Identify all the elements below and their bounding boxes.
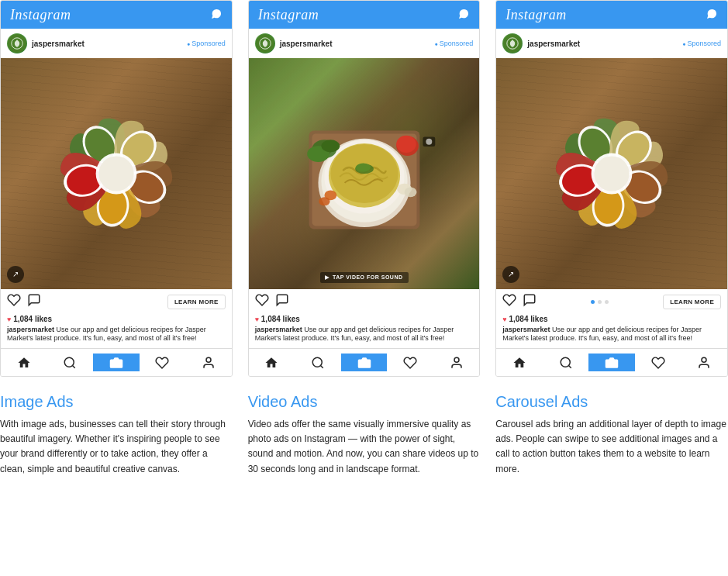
ad-description: Video AdsVideo ads offer the same visual… <box>248 389 481 477</box>
post-caption: jaspersmarket Use our app and get delici… <box>496 325 727 348</box>
svg-point-56 <box>595 156 630 191</box>
carousel-dots <box>591 300 609 304</box>
caption-username[interactable]: jaspersmarket <box>7 326 54 333</box>
video-overlay-text: TAP VIDEO FOR SOUND <box>333 274 403 280</box>
svg-point-29 <box>404 187 416 197</box>
nav-item-heart-icon[interactable] <box>387 354 433 371</box>
svg-point-31 <box>319 197 329 205</box>
nav-item-camera-icon[interactable] <box>93 354 140 371</box>
bottom-nav <box>1 348 232 376</box>
svg-point-14 <box>98 156 133 191</box>
ad-description: Image AdsWith image ads, businesses can … <box>0 389 233 477</box>
svg-point-41 <box>454 357 459 362</box>
svg-point-57 <box>561 357 570 367</box>
column-carousel-ads: Instagramjaspersmarket●Sponsored <box>488 0 728 477</box>
svg-point-16 <box>114 360 119 365</box>
like-button[interactable] <box>255 293 269 311</box>
nav-item-profile-icon[interactable] <box>433 354 480 371</box>
post-likes: ♥ 1,084 likes <box>249 315 480 325</box>
expand-icon[interactable]: ↗ <box>7 266 24 283</box>
svg-point-17 <box>206 357 211 362</box>
ad-text: Carousel ads bring an additional layer o… <box>495 417 728 477</box>
ig-logo: Instagram <box>258 7 319 23</box>
like-button[interactable] <box>502 293 516 311</box>
caption-username[interactable]: jaspersmarket <box>255 326 302 333</box>
nav-item-search-icon[interactable] <box>543 354 589 371</box>
svg-point-27 <box>355 163 370 171</box>
nav-item-camera-icon[interactable] <box>341 354 388 371</box>
post-actions: LEARN MORE <box>496 289 727 315</box>
comment-button[interactable] <box>523 293 537 311</box>
ad-text: With image ads, businesses can tell thei… <box>0 417 233 477</box>
nav-item-home-icon[interactable] <box>249 354 295 371</box>
nav-item-home-icon[interactable] <box>1 354 47 371</box>
ig-logo: Instagram <box>10 7 71 23</box>
phone-mockup: Instagramjaspersmarket●Sponsored <box>248 0 481 377</box>
svg-point-58 <box>609 360 614 365</box>
page-container: Instagramjaspersmarket●Sponsored <box>0 0 728 477</box>
phone-mockup: Instagramjaspersmarket●Sponsored <box>495 0 728 377</box>
svg-point-40 <box>362 360 367 365</box>
sponsored-label: ●Sponsored <box>435 40 474 47</box>
svg-point-39 <box>312 357 322 367</box>
post-header: jaspersmarket●Sponsored <box>496 29 727 58</box>
svg-point-36 <box>321 140 340 152</box>
bottom-nav <box>496 348 727 376</box>
learn-more-button[interactable]: LEARN MORE <box>167 295 226 309</box>
post-image: ▶TAP VIDEO FOR SOUND <box>249 58 480 289</box>
svg-point-38 <box>426 139 432 145</box>
nav-item-heart-icon[interactable] <box>140 354 186 371</box>
comment-button[interactable] <box>27 293 41 311</box>
bottom-nav <box>249 348 480 376</box>
nav-item-camera-icon[interactable] <box>588 354 635 371</box>
post-actions: LEARN MORE <box>1 289 232 315</box>
column-video-ads: Instagramjaspersmarket●Sponsored <box>240 0 488 477</box>
learn-more-button[interactable]: LEARN MORE <box>663 295 721 309</box>
nav-item-search-icon[interactable] <box>295 354 341 371</box>
sponsored-label: ●Sponsored <box>682 40 721 47</box>
post-actions <box>249 289 480 315</box>
post-caption: jaspersmarket Use our app and get delici… <box>1 325 232 348</box>
ad-title: Image Ads <box>0 392 233 411</box>
post-image: ↗ <box>496 58 727 289</box>
post-username[interactable]: jaspersmarket <box>527 40 580 48</box>
nav-item-home-icon[interactable] <box>496 354 543 371</box>
ad-title: Carousel Ads <box>495 392 728 411</box>
svg-point-15 <box>65 357 74 367</box>
caption-username[interactable]: jaspersmarket <box>502 326 550 333</box>
post-header: jaspersmarket●Sponsored <box>1 29 232 58</box>
avatar[interactable] <box>255 33 275 53</box>
ad-text: Video ads offer the same visually immers… <box>248 417 481 477</box>
header-message-icon[interactable] <box>706 8 718 22</box>
like-button[interactable] <box>7 293 21 311</box>
ig-header: Instagram <box>1 1 232 29</box>
sponsored-label: ●Sponsored <box>187 40 226 47</box>
nav-item-profile-icon[interactable] <box>681 354 727 371</box>
avatar[interactable] <box>502 33 523 53</box>
nav-item-heart-icon[interactable] <box>635 354 681 371</box>
avatar[interactable] <box>7 33 27 53</box>
ig-logo: Instagram <box>505 7 567 23</box>
ad-title: Video Ads <box>248 392 481 411</box>
ig-header: Instagram <box>496 1 727 29</box>
post-likes: ♥ 1,084 likes <box>496 315 727 325</box>
svg-point-33 <box>396 136 416 153</box>
comment-button[interactable] <box>275 293 289 311</box>
nav-item-profile-icon[interactable] <box>185 354 232 371</box>
header-message-icon[interactable] <box>457 8 470 22</box>
ad-description: Carousel AdsCarousel ads bring an additi… <box>495 389 728 477</box>
post-username[interactable]: jaspersmarket <box>32 40 85 48</box>
ig-header: Instagram <box>249 1 480 29</box>
nav-item-search-icon[interactable] <box>47 354 94 371</box>
post-caption: jaspersmarket Use our app and get delici… <box>249 325 480 348</box>
header-message-icon[interactable] <box>210 8 223 22</box>
expand-icon[interactable]: ↗ <box>502 266 519 283</box>
video-overlay[interactable]: ▶TAP VIDEO FOR SOUND <box>319 272 408 283</box>
post-image: ↗ <box>1 58 232 289</box>
post-username[interactable]: jaspersmarket <box>280 40 333 48</box>
post-header: jaspersmarket●Sponsored <box>249 29 480 58</box>
column-image-ads: Instagramjaspersmarket●Sponsored <box>0 0 240 477</box>
phone-mockup: Instagramjaspersmarket●Sponsored <box>0 0 233 377</box>
svg-point-59 <box>702 357 706 362</box>
post-likes: ♥ 1,084 likes <box>1 315 232 325</box>
